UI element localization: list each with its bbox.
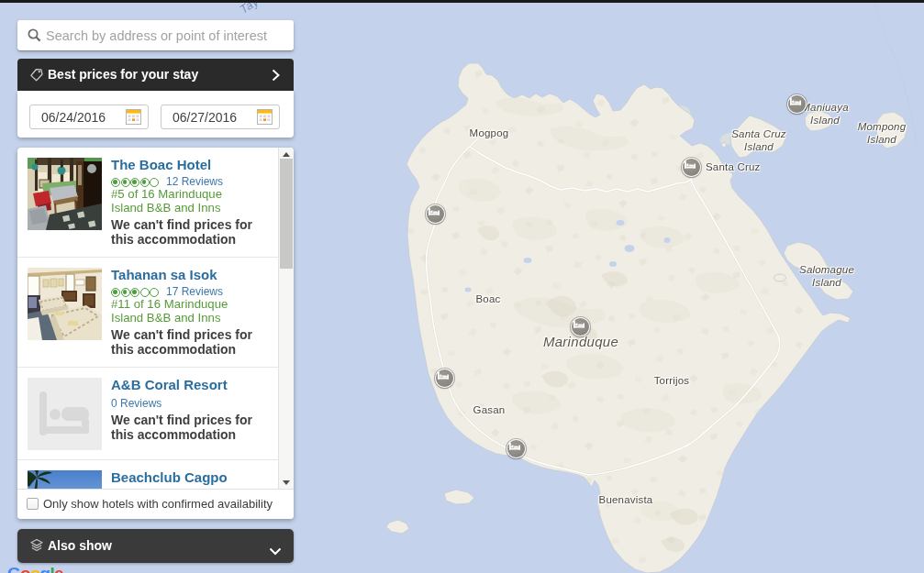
google-letter: e bbox=[54, 564, 63, 573]
rating-circle bbox=[121, 178, 130, 187]
hotel-photo[interactable] bbox=[28, 470, 102, 489]
scrollbar[interactable] bbox=[278, 148, 294, 489]
checkin-field bbox=[29, 105, 149, 129]
island-label: Mompong Island bbox=[858, 120, 907, 146]
search-icon bbox=[27, 28, 42, 43]
rating-circle bbox=[130, 288, 139, 297]
bed-icon bbox=[429, 207, 440, 215]
bed-icon bbox=[509, 442, 520, 450]
bed-icon bbox=[573, 320, 584, 328]
google-letter: o bbox=[30, 564, 40, 573]
hotel-row[interactable]: The Boac Hotel 12 Reviews #5 of 16 Marin… bbox=[17, 148, 278, 258]
rating-circle bbox=[130, 178, 139, 187]
checkout-input[interactable] bbox=[161, 105, 253, 128]
town-label: Mogpog bbox=[470, 127, 509, 138]
hotel-row[interactable]: Beachclub Cagpo bbox=[17, 460, 278, 489]
hotel-map-marker[interactable] bbox=[507, 439, 526, 458]
availability-checkbox[interactable] bbox=[27, 498, 39, 510]
town-label: Buenavista bbox=[599, 494, 653, 505]
bed-icon bbox=[685, 160, 696, 169]
google-attribution: Google bbox=[7, 564, 63, 573]
scrollbar-thumb[interactable] bbox=[280, 159, 293, 269]
search-box bbox=[17, 20, 294, 50]
hotel-reviews-link[interactable]: 0 Reviews bbox=[111, 398, 273, 410]
hotels-panel: The Boac Hotel 12 Reviews #5 of 16 Marin… bbox=[17, 148, 294, 519]
availability-label: Only show hotels with confirmed availabi… bbox=[43, 490, 273, 519]
town-label: Torrijos bbox=[654, 375, 690, 386]
hotel-photo[interactable] bbox=[28, 268, 102, 340]
hotel-name-link[interactable]: Beachclub Cagpo bbox=[111, 469, 273, 485]
hotel-rating: 12 Reviews bbox=[111, 173, 273, 185]
hotel-row[interactable]: Tahanan sa Isok 17 Reviews #11 of 16 Mar… bbox=[17, 258, 278, 368]
hotel-photo[interactable] bbox=[28, 158, 102, 230]
bed-icon bbox=[790, 97, 801, 105]
calendar-icon[interactable] bbox=[126, 109, 141, 128]
hotel-price-note: We can't find prices for this accommodat… bbox=[111, 218, 269, 247]
hotel-name-link[interactable]: The Boac Hotel bbox=[111, 157, 273, 172]
checkin-input[interactable] bbox=[30, 105, 122, 128]
rating-circle bbox=[111, 288, 120, 297]
town-label: Gasan bbox=[473, 404, 506, 415]
hotel-price-note: We can't find prices for this accommodat… bbox=[111, 328, 269, 357]
chevron-right-icon bbox=[272, 69, 280, 85]
hotel-reviews-link[interactable]: 12 Reviews bbox=[166, 175, 223, 188]
hotel-rank: #11 of 16 Marinduque Island B&B and Inns bbox=[111, 297, 250, 325]
rating-circle bbox=[150, 178, 159, 187]
checkout-field bbox=[161, 105, 280, 129]
hotel-rank: #5 of 16 Marinduque Island B&B and Inns bbox=[111, 187, 250, 215]
scroll-down-button[interactable] bbox=[279, 476, 294, 489]
hotel-reviews-link[interactable]: 17 Reviews bbox=[166, 285, 223, 298]
chevron-down-icon bbox=[269, 543, 282, 559]
hotel-map-marker[interactable] bbox=[435, 369, 454, 388]
island-label: Salomague Island bbox=[799, 263, 854, 289]
town-label: Boac bbox=[475, 293, 500, 304]
top-strip bbox=[0, 0, 924, 3]
rating-circle bbox=[111, 178, 120, 187]
google-letter: G bbox=[7, 564, 20, 573]
calendar-icon[interactable] bbox=[257, 109, 273, 128]
rating-circle bbox=[121, 288, 130, 297]
hotel-name-link[interactable]: A&B Coral Resort bbox=[111, 377, 273, 392]
layers-icon bbox=[29, 538, 44, 556]
island-label: Santa Cruz Island bbox=[731, 127, 786, 153]
hotel-photo[interactable] bbox=[28, 378, 102, 450]
hotel-map-marker[interactable] bbox=[426, 204, 445, 224]
hotel-map-marker[interactable] bbox=[787, 94, 807, 114]
hotel-name-link[interactable]: Tahanan sa Isok bbox=[111, 267, 273, 282]
island-label: Maniuaya Island bbox=[801, 101, 848, 127]
rating-circle bbox=[150, 288, 159, 297]
tag-icon bbox=[29, 68, 43, 85]
sidebar: Best prices for your stay bbox=[17, 0, 294, 573]
google-letter: g bbox=[40, 564, 50, 573]
bed-icon bbox=[438, 371, 449, 380]
availability-row: Only show hotels with confirmed availabi… bbox=[17, 489, 294, 519]
best-prices-title: Best prices for your stay bbox=[48, 59, 198, 91]
rating-circle bbox=[140, 288, 150, 297]
hotel-map-marker[interactable] bbox=[682, 158, 701, 177]
also-show-title: Also show bbox=[48, 529, 112, 563]
date-panel bbox=[17, 91, 294, 138]
hotel-rating: 17 Reviews bbox=[111, 283, 273, 295]
also-show-bar[interactable]: Also show bbox=[17, 529, 294, 563]
hotel-price-note: We can't find prices for this accommodat… bbox=[111, 413, 269, 442]
rating-circle bbox=[140, 178, 150, 187]
hotel-row[interactable]: A&B Coral Resort 0 Reviews We can't find… bbox=[17, 368, 278, 460]
town-label: Santa Cruz bbox=[706, 161, 761, 172]
island-name-label: Marinduque bbox=[543, 334, 618, 349]
google-letter: o bbox=[20, 564, 30, 573]
hotel-list: The Boac Hotel 12 Reviews #5 of 16 Marin… bbox=[17, 148, 294, 489]
best-prices-header[interactable]: Best prices for your stay bbox=[17, 59, 294, 91]
search-input[interactable] bbox=[46, 21, 286, 50]
